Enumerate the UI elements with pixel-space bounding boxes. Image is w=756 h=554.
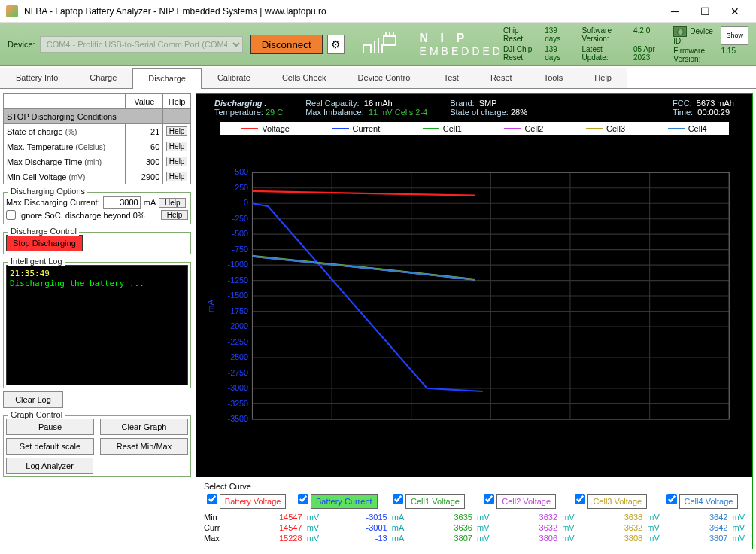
svg-text:-1250: -1250 — [228, 275, 248, 285]
svg-text:50: 50 — [645, 423, 654, 432]
tab-device-control[interactable]: Device Control — [342, 68, 428, 88]
svg-text:-2750: -2750 — [228, 368, 248, 377]
svg-text:-2500: -2500 — [228, 352, 248, 361]
curve-button[interactable]: Cell3 Voltage — [587, 494, 647, 509]
svg-text:-750: -750 — [232, 245, 249, 254]
tab-help[interactable]: Help — [578, 68, 627, 88]
svg-text:mA: mA — [205, 300, 216, 313]
svg-text:-3000: -3000 — [228, 383, 248, 392]
show-device-id-button[interactable]: Show — [721, 26, 748, 45]
curve-checkbox[interactable] — [393, 494, 403, 504]
svg-text:-1000: -1000 — [228, 260, 248, 269]
tab-calibrate[interactable]: Calibrate — [202, 68, 266, 88]
chart-header: Discharging . Temperature: 29 C Real Cap… — [196, 94, 752, 120]
device-select[interactable]: COM4 - Prolific USB-to-Serial Comm Port … — [40, 36, 243, 53]
svg-text:-3250: -3250 — [228, 399, 248, 408]
curve-button[interactable]: Cell4 Voltage — [679, 494, 739, 509]
settings-gear-button[interactable]: ⚙ — [327, 35, 345, 54]
help-button[interactable]: Help — [166, 157, 187, 166]
curve-checkbox[interactable] — [484, 494, 494, 504]
camera-icon — [673, 26, 687, 37]
tab-test[interactable]: Test — [428, 68, 475, 88]
close-button[interactable]: ✕ — [720, 1, 750, 22]
tab-cells-check[interactable]: Cells Check — [266, 68, 342, 88]
help-button[interactable]: Help — [159, 198, 186, 208]
svg-text:-500: -500 — [232, 229, 249, 238]
logo: N I P EMBEDDED — [360, 30, 503, 59]
tab-battery-info[interactable]: Battery Info — [0, 68, 74, 88]
clear-log-button[interactable]: Clear Log — [3, 391, 63, 408]
curve-button[interactable]: Battery Current — [311, 494, 378, 509]
svg-text:250: 250 — [235, 183, 248, 192]
curve-checkbox[interactable] — [298, 494, 308, 504]
help-button[interactable]: Help — [166, 126, 187, 136]
help-button[interactable]: Help — [161, 210, 188, 220]
reset-minmax-button[interactable]: Reset Min/Max — [100, 438, 188, 455]
svg-text:Time: Time — [485, 434, 505, 444]
maximize-button[interactable]: ☐ — [690, 1, 720, 22]
svg-text:-250: -250 — [232, 214, 249, 223]
curve-checkbox[interactable] — [575, 494, 585, 504]
pause-button[interactable]: Pause — [6, 419, 94, 435]
help-button[interactable]: Help — [166, 172, 187, 181]
device-label: Device: — [8, 40, 35, 49]
log-analyzer-button[interactable]: Log Analyzer — [6, 458, 93, 474]
svg-text:60: 60 — [724, 423, 733, 432]
curve-button[interactable]: Cell1 Voltage — [405, 494, 465, 509]
set-default-scale-button[interactable]: Set default scale — [6, 438, 94, 455]
log-area: 21:35:49 Discharging the battery ... — [6, 265, 188, 385]
curve-button[interactable]: Battery Voltage — [220, 494, 287, 509]
svg-text:10: 10 — [327, 423, 336, 432]
conditions-table: ValueHelp STOP Discharging Conditions St… — [3, 93, 191, 184]
svg-text:-1750: -1750 — [228, 306, 248, 315]
svg-text:0: 0 — [244, 198, 248, 207]
tabbar: Battery InfoChargeDischargeCalibrateCell… — [0, 68, 756, 89]
tab-reset[interactable]: Reset — [475, 68, 528, 88]
svg-text:-2250: -2250 — [228, 337, 248, 346]
clear-graph-button[interactable]: Clear Graph — [100, 419, 188, 435]
chart-legend: VoltageCurrentCell1Cell2Cell3Cell4 — [219, 121, 730, 136]
app-icon — [6, 5, 18, 17]
svg-text:20: 20 — [407, 423, 416, 432]
tab-tools[interactable]: Tools — [528, 68, 579, 88]
svg-text:30: 30 — [486, 423, 495, 432]
stop-discharging-button[interactable]: Stop Discharging — [6, 235, 83, 251]
curve-button[interactable]: Cell2 Voltage — [496, 494, 556, 509]
header-info: Chip Reset:139 days DJI Chip Reset:139 d… — [503, 26, 748, 63]
svg-rect-0 — [384, 36, 396, 45]
disconnect-button[interactable]: Disconnect — [250, 35, 323, 54]
svg-text:500: 500 — [235, 167, 248, 176]
window-title: NLBA - Laptop Battery Analyzer - NIP Emb… — [24, 6, 660, 17]
svg-text:40: 40 — [566, 423, 575, 432]
max-discharge-current-input[interactable] — [103, 196, 141, 209]
help-button[interactable]: Help — [166, 142, 187, 151]
chart-plot: 5002500-250-500-750-1000-1250-1500-1750-… — [204, 141, 737, 471]
curve-checkbox[interactable] — [207, 494, 217, 504]
svg-text:-2000: -2000 — [228, 321, 248, 330]
ignore-soc-checkbox[interactable] — [6, 210, 16, 220]
svg-text:-3500: -3500 — [228, 414, 248, 423]
tab-discharge[interactable]: Discharge — [132, 68, 202, 89]
tab-charge[interactable]: Charge — [74, 68, 132, 88]
svg-text:-1500: -1500 — [228, 291, 248, 300]
minimize-button[interactable]: ─ — [660, 1, 690, 22]
curve-checkbox[interactable] — [666, 494, 677, 504]
